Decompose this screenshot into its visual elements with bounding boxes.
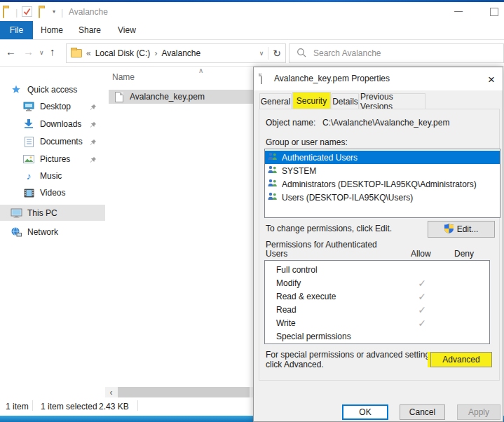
network-icon bbox=[10, 227, 22, 237]
advanced-hint-line1: For special permissions or advanced sett… bbox=[266, 350, 436, 360]
documents-icon bbox=[22, 137, 35, 147]
scroll-left-icon[interactable]: ‹ bbox=[105, 387, 117, 397]
pin-icon bbox=[90, 156, 97, 165]
qat-dropdown-icon[interactable]: ▾ bbox=[53, 8, 55, 15]
permission-row-full-control[interactable]: Full control bbox=[265, 263, 489, 276]
dialog-tab-security[interactable]: Security bbox=[292, 92, 331, 109]
user-row-authenticated-users[interactable]: Authenticated Users bbox=[265, 151, 500, 164]
user-name: SYSTEM bbox=[282, 166, 316, 176]
history-dropdown-icon[interactable]: ∨ bbox=[39, 49, 44, 56]
dialog-title: Avalanche_key.pem Properties bbox=[274, 74, 390, 83]
title-bar: | ▾ | Avalanche — bbox=[0, 2, 504, 21]
sidebar-item-this-pc[interactable]: This PC bbox=[0, 205, 105, 221]
permissions-label-line2: Users bbox=[266, 249, 287, 259]
refresh-icon[interactable]: ↻ bbox=[273, 48, 281, 59]
edit-button-label: Edit... bbox=[457, 224, 479, 234]
search-box[interactable]: Search Avalanche bbox=[289, 43, 504, 63]
sidebar-item-quick-access[interactable]: Quick access bbox=[0, 82, 105, 97]
search-icon bbox=[297, 48, 306, 60]
ok-button-label: OK bbox=[359, 407, 371, 417]
up-icon[interactable]: ↑ bbox=[50, 46, 55, 57]
status-selection: 1 item selected bbox=[41, 402, 97, 411]
tab-home[interactable]: Home bbox=[41, 25, 63, 35]
sidebar-item-label: Pictures bbox=[40, 154, 70, 164]
status-divider2 bbox=[137, 400, 138, 411]
user-row-users[interactable]: Users (DESKTOP-ILA95KQ\Users) bbox=[265, 191, 500, 204]
permission-name: Full control bbox=[265, 265, 318, 275]
dialog-tab-previous-versions[interactable]: Previous Versions bbox=[360, 93, 425, 109]
forward-icon[interactable]: → bbox=[23, 46, 34, 57]
permissions-label-line1: Permissions for Authenticated bbox=[266, 240, 377, 250]
permissions-listbox[interactable]: Full control Modify ✓ Read & execute ✓ R… bbox=[264, 260, 490, 344]
sidebar-item-downloads[interactable]: Downloads bbox=[0, 116, 105, 132]
group-user-listbox[interactable]: Authenticated Users SYSTEM Administrator… bbox=[264, 149, 500, 218]
permission-name: Read & execute bbox=[265, 292, 336, 301]
allow-check: ✓ bbox=[408, 318, 436, 329]
tab-file[interactable]: File bbox=[0, 21, 33, 39]
sidebar-item-network[interactable]: Network bbox=[0, 224, 105, 240]
cancel-button[interactable]: Cancel bbox=[400, 404, 445, 420]
breadcrumb-root[interactable]: Local Disk (C:) bbox=[95, 48, 151, 58]
permission-row-special[interactable]: Special permissions bbox=[265, 329, 489, 343]
tab-view[interactable]: View bbox=[118, 25, 136, 35]
pem-file-icon bbox=[115, 92, 123, 102]
ok-button[interactable]: OK bbox=[342, 404, 388, 420]
tab-share[interactable]: Share bbox=[79, 25, 101, 35]
address-divider bbox=[268, 47, 268, 60]
apply-button[interactable]: Apply bbox=[457, 404, 500, 420]
sidebar-item-documents[interactable]: Documents bbox=[0, 134, 105, 149]
user-group-icon bbox=[267, 192, 278, 203]
pin-icon bbox=[90, 121, 97, 130]
permission-row-write[interactable]: Write ✓ bbox=[265, 316, 489, 329]
permission-row-read[interactable]: Read ✓ bbox=[265, 303, 489, 316]
new-folder-qat-icon[interactable] bbox=[39, 7, 40, 18]
breadcrumb-separator-icon[interactable]: › bbox=[154, 48, 157, 58]
advanced-hint-line2: click Advanced. bbox=[266, 360, 324, 369]
downloads-icon bbox=[22, 119, 35, 129]
sidebar-item-label: Downloads bbox=[40, 119, 81, 129]
dialog-tab-general[interactable]: General bbox=[259, 93, 292, 109]
permission-row-read-execute[interactable]: Read & execute ✓ bbox=[265, 290, 489, 303]
status-item-count: 1 item bbox=[6, 402, 29, 411]
user-row-system[interactable]: SYSTEM bbox=[265, 164, 500, 177]
breadcrumb-collapsed[interactable]: « bbox=[86, 48, 91, 58]
sidebar-item-desktop[interactable]: Desktop bbox=[0, 99, 105, 114]
breadcrumb-current[interactable]: Avalanche bbox=[161, 48, 200, 58]
pin-icon bbox=[90, 138, 97, 148]
permission-name: Modify bbox=[265, 278, 301, 288]
properties-qat-icon[interactable] bbox=[22, 6, 32, 19]
user-name: Administrators (DESKTOP-ILA95KQ\Administ… bbox=[282, 179, 477, 189]
permission-name: Read bbox=[265, 305, 297, 315]
file-row-selected[interactable]: Avalanche_key.pem bbox=[109, 90, 254, 104]
scrollbar-thumb[interactable] bbox=[118, 387, 250, 397]
advanced-button[interactable]: Advanced bbox=[430, 352, 492, 367]
dialog-tab-details[interactable]: Details bbox=[332, 93, 359, 109]
horizontal-scrollbar[interactable]: ‹ bbox=[105, 387, 254, 397]
edit-button[interactable]: Edit... bbox=[428, 221, 495, 238]
advanced-button-label: Advanced bbox=[442, 355, 479, 365]
tab-label: General bbox=[261, 97, 291, 107]
permission-row-modify[interactable]: Modify ✓ bbox=[265, 276, 489, 290]
qat-separator: | bbox=[15, 7, 18, 18]
edit-hint: To change permissions, click Edit. bbox=[266, 224, 392, 233]
user-group-icon bbox=[267, 179, 278, 189]
sidebar-item-label: Music bbox=[40, 171, 62, 181]
back-icon[interactable]: ← bbox=[6, 46, 16, 57]
address-bar[interactable]: « Local Disk (C:) › Avalanche ∨ ↻ bbox=[66, 43, 286, 63]
column-header-name[interactable]: Name bbox=[112, 72, 135, 82]
object-name-label: Object name: bbox=[266, 118, 315, 128]
allow-check: ✓ bbox=[408, 291, 436, 302]
sidebar-item-videos[interactable]: Videos bbox=[0, 185, 105, 200]
address-dropdown-icon[interactable]: ∨ bbox=[259, 50, 264, 57]
ribbon-divider bbox=[0, 39, 504, 40]
dialog-close-icon[interactable]: × bbox=[484, 73, 498, 87]
pictures-icon bbox=[22, 155, 35, 163]
user-row-administrators[interactable]: Administrators (DESKTOP-ILA95KQ\Administ… bbox=[265, 177, 500, 191]
maximize-button[interactable] bbox=[490, 8, 498, 16]
minimize-button[interactable]: — bbox=[454, 6, 463, 16]
sidebar-item-music[interactable]: ♪ Music bbox=[0, 168, 105, 184]
sidebar-item-pictures[interactable]: Pictures bbox=[0, 151, 105, 167]
search-placeholder: Search Avalanche bbox=[313, 48, 381, 58]
sort-ascending-icon[interactable]: ∧ bbox=[198, 67, 203, 74]
file-name: Avalanche_key.pem bbox=[130, 92, 205, 102]
